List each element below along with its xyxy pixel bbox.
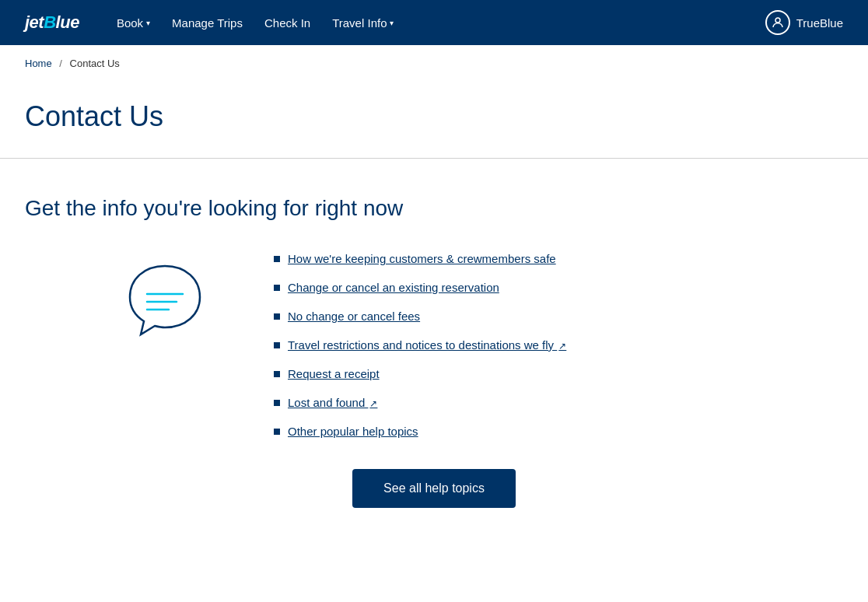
link-customers-safe[interactable]: How we're keeping customers & crewmember… [288,252,556,265]
list-item: Lost and found ↗ [274,396,566,409]
nav-links: Book ▾ Manage Trips Check In Travel Info… [117,16,740,30]
see-all-help-topics-button[interactable]: See all help topics [352,469,516,508]
bullet-icon [274,285,280,291]
cta-section: See all help topics [25,469,843,508]
chevron-down-icon: ▾ [146,19,150,27]
link-no-change-fees[interactable]: No change or cancel fees [288,310,420,323]
breadcrumb-separator: / [59,58,62,69]
external-link-icon: ↗ [369,398,377,409]
logo[interactable]: jetBlue [25,12,79,33]
nav-check-in[interactable]: Check In [264,16,310,30]
breadcrumb-current: Contact Us [70,58,120,69]
bullet-icon [274,313,280,320]
bullet-icon [274,371,280,377]
bullet-icon [274,342,280,348]
trueblue-nav[interactable]: TrueBlue [765,10,843,35]
nav-travel-info[interactable]: Travel Info ▾ [332,16,394,30]
chat-bubble-icon [118,258,212,344]
main-content: Get the info you're looking for right no… [0,159,868,545]
breadcrumb: Home / Contact Us [0,45,868,82]
main-nav: jetBlue Book ▾ Manage Trips Check In Tra… [0,0,868,45]
bullet-icon [274,256,280,262]
bullet-icon [274,429,280,435]
breadcrumb-home[interactable]: Home [25,58,52,69]
info-section: How we're keeping customers & crewmember… [25,252,843,438]
list-item: How we're keeping customers & crewmember… [274,252,566,265]
link-travel-restrictions[interactable]: Travel restrictions and notices to desti… [288,338,566,352]
svg-point-0 [775,18,780,23]
nav-book[interactable]: Book ▾ [117,16,150,30]
user-avatar-icon [765,10,790,35]
help-links-list: How we're keeping customers & crewmember… [274,252,566,438]
link-change-cancel[interactable]: Change or cancel an existing reservation [288,281,499,294]
link-popular-topics[interactable]: Other popular help topics [288,425,418,438]
nav-manage-trips[interactable]: Manage Trips [172,16,243,30]
list-item: Other popular help topics [274,425,566,438]
bullet-icon [274,400,280,406]
page-title: Contact Us [25,100,843,133]
list-item: No change or cancel fees [274,310,566,323]
link-lost-found[interactable]: Lost and found ↗ [288,396,377,409]
section-heading: Get the info you're looking for right no… [25,196,843,221]
page-title-section: Contact Us [0,82,868,158]
list-item: Request a receipt [274,367,566,380]
chevron-down-icon: ▾ [390,19,394,27]
list-item: Travel restrictions and notices to desti… [274,338,566,352]
link-receipt[interactable]: Request a receipt [288,367,380,380]
list-item: Change or cancel an existing reservation [274,281,566,294]
external-link-icon: ↗ [558,341,566,352]
